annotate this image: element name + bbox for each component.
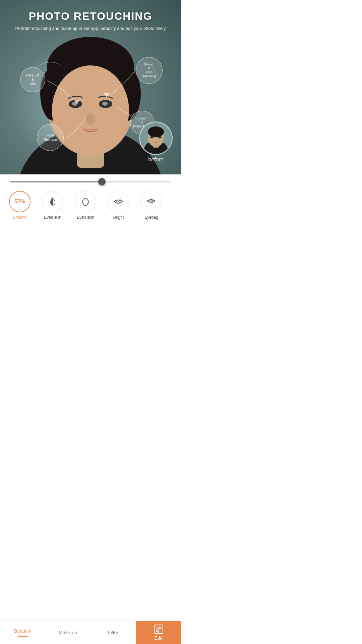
svg-point-27 <box>87 200 88 201</box>
feature-smooth[interactable]: 57% Smooth <box>3 191 36 220</box>
before-circle-image <box>139 121 173 155</box>
bright-label: Bright <box>113 215 124 220</box>
feature-even-skin-2[interactable]: Even skin <box>69 191 102 220</box>
slider-thumb[interactable] <box>98 178 106 185</box>
annotation-face-lift: Face Lift & slim <box>20 67 45 92</box>
svg-point-23 <box>52 198 53 199</box>
bright-icon-circle[interactable] <box>108 191 129 212</box>
even-skin-2-label: Even skin <box>77 215 94 220</box>
svg-point-22 <box>158 136 162 139</box>
bright-eye-icon <box>113 196 124 207</box>
svg-point-33 <box>121 200 122 201</box>
slider-track[interactable] <box>10 181 171 182</box>
page-subtitle: Portrait retouching and make-up in our a… <box>0 25 181 32</box>
feature-bright[interactable]: Bright <box>102 191 135 220</box>
even-skin-2-icon-circle[interactable] <box>75 191 96 212</box>
before-thumbnail[interactable]: before <box>139 121 173 163</box>
even-skin-1-icon <box>47 196 58 207</box>
annotation-face-reshape: Face Reshape <box>37 124 64 151</box>
eyebag-icon <box>146 196 157 207</box>
svg-point-25 <box>85 198 86 199</box>
before-label: before <box>139 157 173 163</box>
smooth-pct-value: 57% <box>14 199 25 205</box>
svg-point-21 <box>150 136 154 139</box>
even-skin-1-label: Even skin <box>44 215 61 220</box>
svg-point-29 <box>87 203 88 204</box>
title-area: PHOTO RETOUCHING Portrait retouching and… <box>0 10 181 32</box>
page-title: PHOTO RETOUCHING <box>0 10 181 22</box>
svg-point-24 <box>82 198 88 206</box>
slider-area[interactable] <box>0 174 181 186</box>
smooth-label: Smooth <box>13 215 26 220</box>
features-row: 57% Smooth Even skin <box>0 186 181 223</box>
slider-fill <box>10 181 102 182</box>
feature-eyebag[interactable]: Eyebag <box>135 191 168 220</box>
svg-point-26 <box>83 200 83 201</box>
annotation-smooth-whitening: Smooth & Face Whitening <box>136 57 163 84</box>
smooth-pct-circle[interactable]: 57% <box>9 191 31 212</box>
svg-point-28 <box>83 203 83 204</box>
feature-even-skin-1[interactable]: Even skin <box>36 191 69 220</box>
eyebag-icon-circle[interactable] <box>140 191 162 212</box>
hero-section: PHOTO RETOUCHING Portrait retouching and… <box>0 0 181 174</box>
svg-point-31 <box>118 201 119 202</box>
svg-point-20 <box>148 126 164 137</box>
svg-point-32 <box>120 199 121 199</box>
even-skin-1-icon-circle[interactable] <box>42 191 63 212</box>
eyebag-label: Eyebag <box>144 215 158 220</box>
svg-point-34 <box>121 198 121 198</box>
svg-point-36 <box>151 200 152 202</box>
even-skin-2-icon <box>80 196 91 207</box>
